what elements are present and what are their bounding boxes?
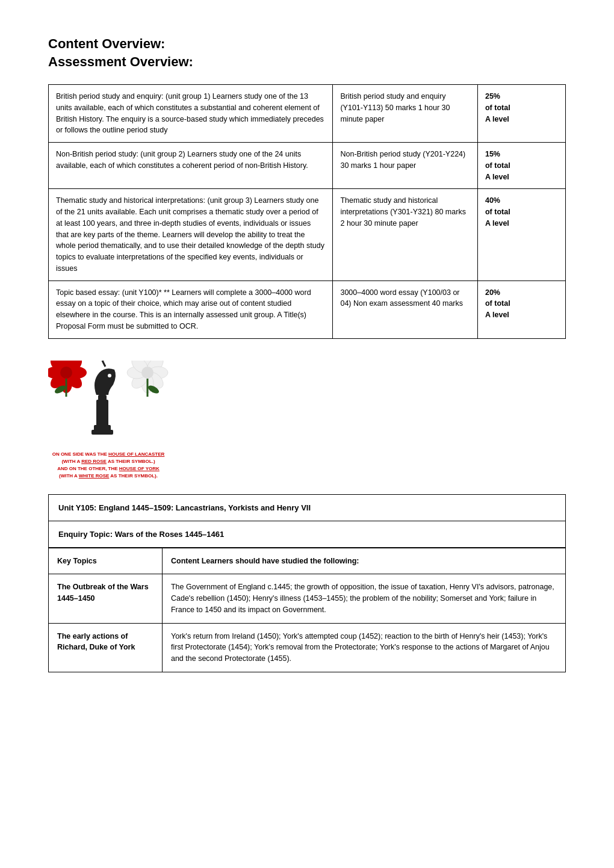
svg-point-26 <box>141 367 154 379</box>
assessment-desc-3: Topic based essay: (unit Y100)* ** Learn… <box>49 281 333 338</box>
roses-image <box>48 361 169 451</box>
topic-key-1: The Outbreak of the Wars 1445–1450 <box>49 574 163 623</box>
unit-box: Unit Y105: England 1445–1509: Lancastria… <box>48 494 566 521</box>
assessment-row: Thematic study and historical interpreta… <box>49 189 566 281</box>
enquiry-title: Enquiry Topic: Wars of the Roses 1445–14… <box>58 530 556 539</box>
caption-line4: (WITH A WHITE ROSE AS THEIR SYMBOL). <box>59 473 158 479</box>
topic-key-2: The early actions of Richard, Duke of Yo… <box>49 623 163 672</box>
assessment-pct-3: 20%of totalA level <box>477 281 565 338</box>
assessment-row: Topic based essay: (unit Y100)* ** Learn… <box>49 281 566 338</box>
enquiry-box: Enquiry Topic: Wars of the Roses 1445–14… <box>48 521 566 548</box>
caption-line3: AND ON THE OTHER, THE HOUSE OF YORK <box>57 466 160 471</box>
caption-line1: ON ONE SIDE WAS THE HOUSE OF LANCASTER <box>52 451 165 457</box>
assessment-pct-2: 40%of totalA level <box>477 189 565 281</box>
unit-title: Unit Y105: England 1445–1509: Lancastria… <box>58 503 556 512</box>
image-section: ON ONE SIDE WAS THE HOUSE OF LANCASTER (… <box>48 361 566 480</box>
assessment-pct-0: 25%of totalA level <box>477 85 565 143</box>
assessment-desc-0: British period study and enquiry: (unit … <box>49 85 333 143</box>
assessment-desc-2: Thematic study and historical interpreta… <box>49 189 333 281</box>
table-row: The Outbreak of the Wars 1445–1450 The G… <box>49 574 566 623</box>
assessment-info-0: British period study and enquiry (Y101-Y… <box>333 85 478 143</box>
image-caption: ON ONE SIDE WAS THE HOUSE OF LANCASTER (… <box>52 451 165 480</box>
assessment-table: British period study and enquiry: (unit … <box>48 84 566 339</box>
assessment-row: British period study and enquiry: (unit … <box>49 85 566 143</box>
assessment-row: Non-British period study: (unit group 2)… <box>49 143 566 189</box>
svg-point-8 <box>60 367 72 379</box>
svg-line-15 <box>102 361 105 367</box>
table-row: The early actions of Richard, Duke of Yo… <box>49 623 566 672</box>
svg-point-17 <box>108 374 111 377</box>
caption-line2: (WITH A RED ROSE AS THEIR SYMBOL.) <box>61 459 155 464</box>
page-title-line2: Assessment Overview: <box>48 54 566 70</box>
topic-content-2: York's return from Ireland (1450); York'… <box>162 623 565 672</box>
topics-header-row: Key Topics Content Learners should have … <box>49 548 566 574</box>
svg-rect-14 <box>98 395 107 402</box>
svg-rect-13 <box>96 400 108 426</box>
topics-table: Key Topics Content Learners should have … <box>48 548 566 672</box>
assessment-info-3: 3000–4000 word essay (Y100/03 or 04) Non… <box>333 281 478 338</box>
assessment-desc-1: Non-British period study: (unit group 2)… <box>49 143 333 189</box>
page-title-line1: Content Overview: <box>48 36 566 52</box>
assessment-pct-1: 15%of totalA level <box>477 143 565 189</box>
topics-header-key: Key Topics <box>49 548 163 574</box>
assessment-info-1: Non-British period study (Y201-Y224) 30 … <box>333 143 478 189</box>
assessment-info-2: Thematic study and historical interpreta… <box>333 189 478 281</box>
topics-header-content: Content Learners should have studied the… <box>162 548 565 574</box>
topic-content-1: The Government of England c.1445; the gr… <box>162 574 565 623</box>
